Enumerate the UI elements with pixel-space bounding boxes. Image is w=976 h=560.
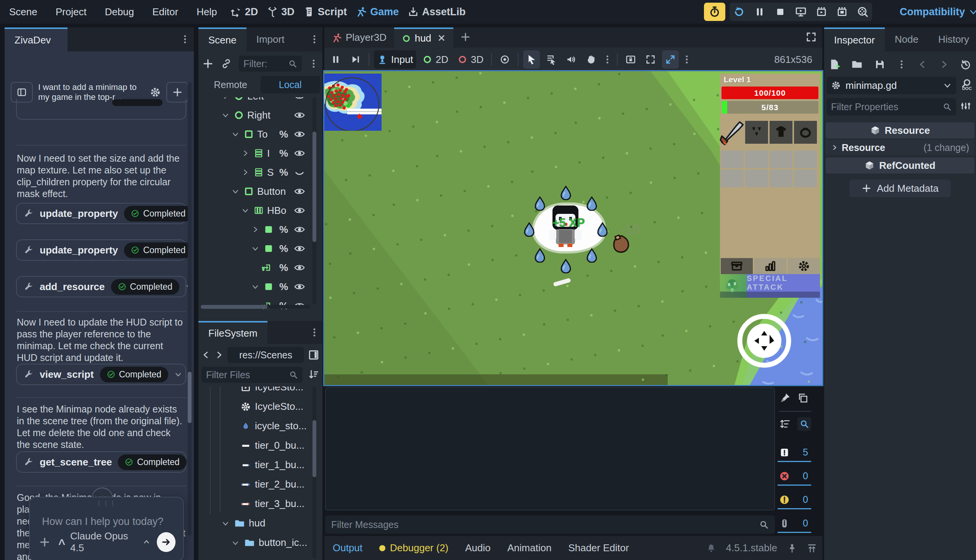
kebab-icon[interactable]	[682, 55, 692, 65]
scene-tree-row[interactable]: %	[199, 258, 317, 277]
expand-arrow-icon[interactable]	[241, 150, 250, 157]
stats-tab-button[interactable]	[754, 258, 786, 274]
embed-window-button[interactable]	[622, 50, 639, 68]
sort-files-icon[interactable]	[308, 369, 319, 380]
workspace-tab[interactable]: 2D	[226, 0, 263, 23]
expand-arrow-icon[interactable]	[231, 130, 241, 138]
movie-reel-icon[interactable]	[857, 6, 868, 18]
bottom-tab-shader[interactable]: Shader Editor	[568, 542, 629, 554]
load-resource-icon[interactable]	[851, 59, 863, 70]
expand-arrow-icon[interactable]	[250, 283, 260, 290]
breadcrumb[interactable]: res://Scenes	[227, 347, 304, 363]
version-label[interactable]: 4.5.1.stable	[726, 542, 777, 554]
tab-import[interactable]: Import	[246, 27, 294, 52]
scene-tree-row[interactable]: Left	[199, 97, 317, 106]
renderer-dropdown[interactable]: Compatibility	[900, 0, 976, 23]
file-row[interactable]: icycle_sto...	[199, 416, 317, 436]
file-row[interactable]: IcycleSto...	[199, 387, 317, 397]
scene-tree-row[interactable]: Right	[199, 106, 317, 125]
file-tree-scrollbar[interactable]	[313, 387, 316, 558]
file-row[interactable]: tier_0_bu...	[199, 436, 317, 455]
input-mode-button[interactable]: Input	[374, 50, 416, 68]
tool-call-card[interactable]	[16, 99, 186, 120]
select-2d-button[interactable]: 2D	[419, 50, 451, 68]
workspace-tab[interactable]: 3D	[262, 0, 299, 23]
close-icon[interactable]: ✕	[437, 32, 446, 44]
scene-tree-vscrollbar[interactable]	[313, 97, 316, 304]
tab-hud[interactable]: hud ✕	[394, 27, 453, 48]
alert-count-filter[interactable]: 5	[777, 447, 811, 462]
nav-back-icon[interactable]	[201, 350, 211, 360]
kebab-icon[interactable]	[602, 55, 612, 65]
expand-arrow-icon[interactable]	[241, 168, 250, 176]
tab-history[interactable]: History	[928, 27, 976, 52]
scene-tree-row[interactable]: %	[199, 296, 317, 312]
pause-game-button[interactable]	[328, 50, 344, 68]
add-metadata-button[interactable]: Add Metadata	[849, 180, 951, 197]
inventory-tab-button[interactable]	[721, 258, 753, 274]
collapse-all-icon[interactable]	[780, 418, 790, 429]
expand-arrow-icon[interactable]	[221, 520, 231, 527]
expand-arrow-icon[interactable]	[241, 207, 250, 214]
restart-icon[interactable]	[733, 6, 745, 18]
scene-tree-row[interactable]: %	[199, 277, 317, 296]
visibility-eye-icon[interactable]	[294, 167, 305, 178]
expand-arrow-icon[interactable]	[250, 245, 260, 252]
expand-arrow-icon[interactable]	[221, 97, 231, 100]
kebab-icon[interactable]	[309, 327, 319, 337]
visibility-eye-icon[interactable]	[294, 243, 305, 254]
remote-toggle[interactable]: Remote	[201, 76, 261, 93]
model-selector[interactable]: Claude Opus 4.5	[57, 530, 150, 554]
equip-slot-armor[interactable]	[770, 121, 792, 144]
menu-scene[interactable]: Scene	[0, 0, 47, 23]
bell-icon[interactable]	[706, 543, 716, 553]
scene-tree[interactable]: Left Right To %	[199, 97, 317, 312]
split-view-icon[interactable]	[308, 349, 319, 361]
scene-tree-row[interactable]: I %	[199, 144, 317, 163]
visibility-eye-icon[interactable]	[294, 262, 305, 273]
scene-tree-row[interactable]: HBo	[199, 201, 317, 220]
new-scene-plus-icon[interactable]	[460, 32, 471, 42]
kebab-icon[interactable]	[180, 34, 190, 44]
menu-editor[interactable]: Editor	[143, 0, 187, 23]
tab-filesystem[interactable]: FileSystem	[199, 321, 267, 344]
kebab-icon[interactable]	[309, 59, 319, 68]
history-clock-icon[interactable]	[960, 59, 971, 70]
file-row[interactable]: tier_1_bu...	[199, 455, 317, 475]
scene-tree-row[interactable]: %	[199, 220, 317, 239]
expand-arrow-icon[interactable]	[250, 226, 260, 233]
add-node-icon[interactable]	[202, 58, 214, 69]
file-row[interactable]: button_ic...	[199, 533, 317, 552]
resource-class-header[interactable]: Resource	[826, 122, 974, 138]
menu-help[interactable]: Help	[187, 0, 226, 23]
equip-slot-ring[interactable]	[794, 121, 817, 144]
keep-aspect-button[interactable]	[642, 50, 659, 68]
edited-object-dropdown[interactable]: minimap.gd	[826, 77, 956, 94]
workspace-tab[interactable]: AssetLib	[403, 0, 470, 23]
tab-zivadev[interactable]: ZivaDev	[5, 27, 67, 52]
chevron-down-icon[interactable]	[174, 370, 182, 378]
expand-arrow-icon[interactable]	[231, 188, 241, 195]
tool-call-card[interactable]: get_scene_tree Completed	[16, 452, 186, 473]
send-button[interactable]	[157, 532, 175, 552]
movie-record-icon[interactable]	[836, 6, 848, 18]
node-select-button[interactable]	[543, 50, 560, 68]
gear-icon[interactable]	[150, 87, 161, 98]
visibility-eye-icon[interactable]	[294, 186, 305, 197]
bottom-tab-debugger[interactable]: Debugger (2)	[379, 542, 448, 554]
warning-count-filter[interactable]: 0	[777, 494, 811, 509]
menu-project[interactable]: Project	[47, 0, 96, 23]
refcounted-class-header[interactable]: RefCounted	[826, 157, 974, 173]
bottom-tab-animation[interactable]: Animation	[508, 542, 552, 554]
save-resource-icon[interactable]	[874, 59, 886, 70]
tool-call-card[interactable]: add_resource Completed	[16, 276, 186, 297]
scene-filter-input[interactable]: Filter:	[239, 56, 302, 72]
resource-section-row[interactable]: Resource (1 change)	[826, 140, 974, 155]
history-back-icon[interactable]	[918, 60, 928, 69]
expand-viewport-icon[interactable]	[806, 31, 817, 43]
file-tree[interactable]: IcycleSto... IcycleSto... icycle_sto... …	[199, 387, 317, 560]
expand-arrow-icon[interactable]	[221, 111, 231, 119]
error-count-filter[interactable]: 0	[777, 470, 811, 486]
pin-icon[interactable]	[787, 543, 797, 553]
visibility-eye-icon[interactable]	[294, 281, 305, 292]
